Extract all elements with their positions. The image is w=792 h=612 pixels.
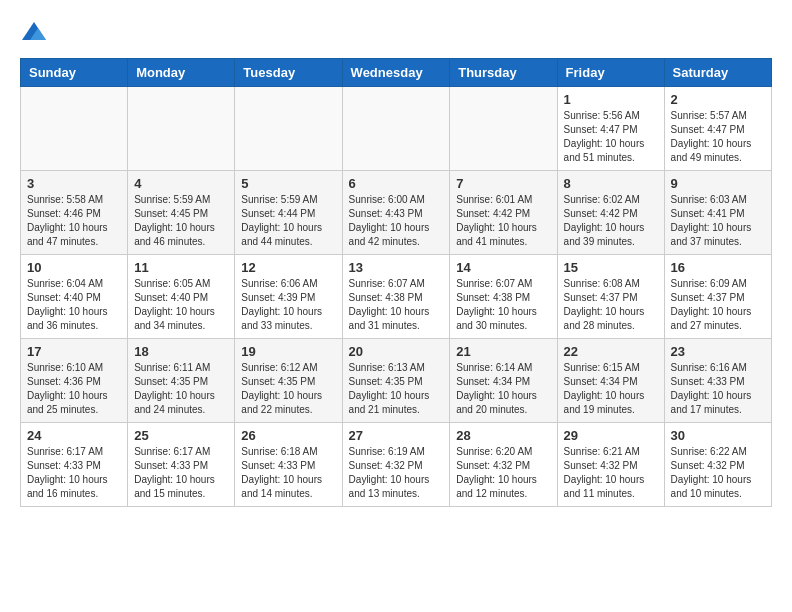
calendar-cell: 13Sunrise: 6:07 AMSunset: 4:38 PMDayligh… [342,255,450,339]
day-of-week-header: Tuesday [235,59,342,87]
calendar-cell [450,87,557,171]
calendar-cell: 3Sunrise: 5:58 AMSunset: 4:46 PMDaylight… [21,171,128,255]
calendar-cell: 21Sunrise: 6:14 AMSunset: 4:34 PMDayligh… [450,339,557,423]
calendar-cell: 24Sunrise: 6:17 AMSunset: 4:33 PMDayligh… [21,423,128,507]
calendar-cell [235,87,342,171]
day-number: 17 [27,344,121,359]
day-number: 27 [349,428,444,443]
day-number: 19 [241,344,335,359]
day-number: 24 [27,428,121,443]
calendar-cell: 27Sunrise: 6:19 AMSunset: 4:32 PMDayligh… [342,423,450,507]
day-number: 15 [564,260,658,275]
calendar-cell: 8Sunrise: 6:02 AMSunset: 4:42 PMDaylight… [557,171,664,255]
calendar-week-row: 24Sunrise: 6:17 AMSunset: 4:33 PMDayligh… [21,423,772,507]
day-info: Sunrise: 6:13 AMSunset: 4:35 PMDaylight:… [349,361,444,417]
day-info: Sunrise: 5:59 AMSunset: 4:44 PMDaylight:… [241,193,335,249]
calendar-header-row: SundayMondayTuesdayWednesdayThursdayFrid… [21,59,772,87]
day-info: Sunrise: 6:04 AMSunset: 4:40 PMDaylight:… [27,277,121,333]
day-number: 6 [349,176,444,191]
day-info: Sunrise: 6:10 AMSunset: 4:36 PMDaylight:… [27,361,121,417]
day-info: Sunrise: 6:05 AMSunset: 4:40 PMDaylight:… [134,277,228,333]
day-info: Sunrise: 6:16 AMSunset: 4:33 PMDaylight:… [671,361,765,417]
day-info: Sunrise: 6:20 AMSunset: 4:32 PMDaylight:… [456,445,550,501]
day-info: Sunrise: 6:08 AMSunset: 4:37 PMDaylight:… [564,277,658,333]
calendar-cell: 4Sunrise: 5:59 AMSunset: 4:45 PMDaylight… [128,171,235,255]
day-number: 7 [456,176,550,191]
calendar-cell: 29Sunrise: 6:21 AMSunset: 4:32 PMDayligh… [557,423,664,507]
calendar-cell: 18Sunrise: 6:11 AMSunset: 4:35 PMDayligh… [128,339,235,423]
day-info: Sunrise: 6:09 AMSunset: 4:37 PMDaylight:… [671,277,765,333]
day-number: 23 [671,344,765,359]
day-info: Sunrise: 6:17 AMSunset: 4:33 PMDaylight:… [134,445,228,501]
day-info: Sunrise: 6:02 AMSunset: 4:42 PMDaylight:… [564,193,658,249]
day-info: Sunrise: 6:07 AMSunset: 4:38 PMDaylight:… [456,277,550,333]
day-number: 26 [241,428,335,443]
calendar-cell: 19Sunrise: 6:12 AMSunset: 4:35 PMDayligh… [235,339,342,423]
calendar-cell: 15Sunrise: 6:08 AMSunset: 4:37 PMDayligh… [557,255,664,339]
day-number: 11 [134,260,228,275]
calendar-cell: 17Sunrise: 6:10 AMSunset: 4:36 PMDayligh… [21,339,128,423]
day-info: Sunrise: 6:12 AMSunset: 4:35 PMDaylight:… [241,361,335,417]
day-number: 21 [456,344,550,359]
day-info: Sunrise: 6:01 AMSunset: 4:42 PMDaylight:… [456,193,550,249]
day-info: Sunrise: 6:00 AMSunset: 4:43 PMDaylight:… [349,193,444,249]
calendar-cell: 30Sunrise: 6:22 AMSunset: 4:32 PMDayligh… [664,423,771,507]
calendar-cell [342,87,450,171]
calendar-cell: 2Sunrise: 5:57 AMSunset: 4:47 PMDaylight… [664,87,771,171]
day-of-week-header: Friday [557,59,664,87]
day-info: Sunrise: 6:14 AMSunset: 4:34 PMDaylight:… [456,361,550,417]
day-info: Sunrise: 5:59 AMSunset: 4:45 PMDaylight:… [134,193,228,249]
day-number: 5 [241,176,335,191]
calendar-cell: 11Sunrise: 6:05 AMSunset: 4:40 PMDayligh… [128,255,235,339]
day-info: Sunrise: 6:21 AMSunset: 4:32 PMDaylight:… [564,445,658,501]
calendar-cell: 6Sunrise: 6:00 AMSunset: 4:43 PMDaylight… [342,171,450,255]
day-info: Sunrise: 5:56 AMSunset: 4:47 PMDaylight:… [564,109,658,165]
day-of-week-header: Wednesday [342,59,450,87]
day-info: Sunrise: 6:15 AMSunset: 4:34 PMDaylight:… [564,361,658,417]
day-info: Sunrise: 6:11 AMSunset: 4:35 PMDaylight:… [134,361,228,417]
calendar-cell [21,87,128,171]
calendar-week-row: 10Sunrise: 6:04 AMSunset: 4:40 PMDayligh… [21,255,772,339]
calendar-week-row: 3Sunrise: 5:58 AMSunset: 4:46 PMDaylight… [21,171,772,255]
calendar-cell: 20Sunrise: 6:13 AMSunset: 4:35 PMDayligh… [342,339,450,423]
day-info: Sunrise: 6:22 AMSunset: 4:32 PMDaylight:… [671,445,765,501]
calendar-cell: 12Sunrise: 6:06 AMSunset: 4:39 PMDayligh… [235,255,342,339]
day-number: 10 [27,260,121,275]
calendar-cell: 23Sunrise: 6:16 AMSunset: 4:33 PMDayligh… [664,339,771,423]
day-number: 25 [134,428,228,443]
day-number: 12 [241,260,335,275]
calendar-cell: 14Sunrise: 6:07 AMSunset: 4:38 PMDayligh… [450,255,557,339]
day-number: 13 [349,260,444,275]
day-number: 8 [564,176,658,191]
calendar-cell: 1Sunrise: 5:56 AMSunset: 4:47 PMDaylight… [557,87,664,171]
day-number: 28 [456,428,550,443]
calendar-cell: 5Sunrise: 5:59 AMSunset: 4:44 PMDaylight… [235,171,342,255]
day-number: 30 [671,428,765,443]
day-info: Sunrise: 5:58 AMSunset: 4:46 PMDaylight:… [27,193,121,249]
day-number: 14 [456,260,550,275]
calendar-table: SundayMondayTuesdayWednesdayThursdayFrid… [20,58,772,507]
day-of-week-header: Thursday [450,59,557,87]
calendar-cell: 25Sunrise: 6:17 AMSunset: 4:33 PMDayligh… [128,423,235,507]
day-number: 4 [134,176,228,191]
calendar-cell: 9Sunrise: 6:03 AMSunset: 4:41 PMDaylight… [664,171,771,255]
day-of-week-header: Saturday [664,59,771,87]
day-number: 29 [564,428,658,443]
day-number: 3 [27,176,121,191]
day-number: 1 [564,92,658,107]
calendar-cell: 10Sunrise: 6:04 AMSunset: 4:40 PMDayligh… [21,255,128,339]
calendar-cell: 26Sunrise: 6:18 AMSunset: 4:33 PMDayligh… [235,423,342,507]
calendar-cell: 28Sunrise: 6:20 AMSunset: 4:32 PMDayligh… [450,423,557,507]
calendar-cell [128,87,235,171]
logo [20,20,52,48]
logo-icon [20,20,48,48]
day-info: Sunrise: 6:03 AMSunset: 4:41 PMDaylight:… [671,193,765,249]
calendar-cell: 22Sunrise: 6:15 AMSunset: 4:34 PMDayligh… [557,339,664,423]
day-number: 2 [671,92,765,107]
day-number: 18 [134,344,228,359]
calendar-cell: 7Sunrise: 6:01 AMSunset: 4:42 PMDaylight… [450,171,557,255]
day-number: 22 [564,344,658,359]
day-number: 9 [671,176,765,191]
calendar-cell: 16Sunrise: 6:09 AMSunset: 4:37 PMDayligh… [664,255,771,339]
day-info: Sunrise: 6:17 AMSunset: 4:33 PMDaylight:… [27,445,121,501]
